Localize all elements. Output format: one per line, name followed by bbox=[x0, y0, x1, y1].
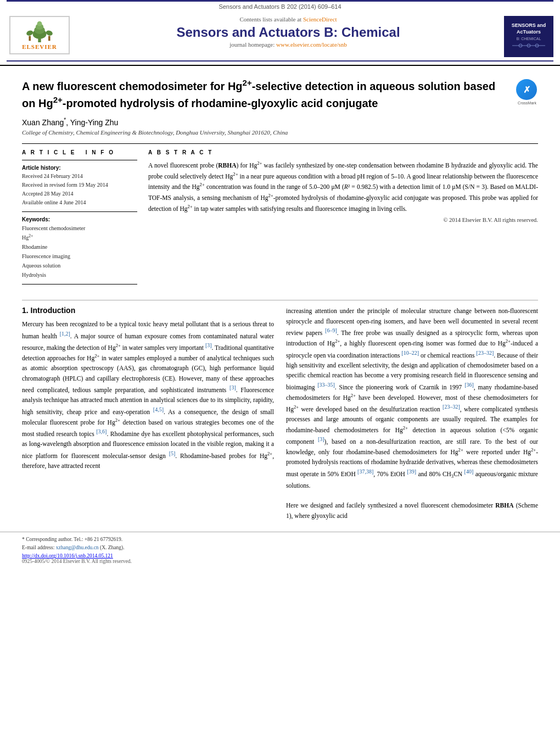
keyword-4: Fluorescence imaging bbox=[22, 252, 137, 261]
svg-point-4 bbox=[37, 21, 42, 26]
ref-3a: [3] bbox=[205, 342, 212, 348]
header-center: Contents lists available at ScienceDirec… bbox=[72, 16, 504, 48]
body-col-right: increasing attention under the principle… bbox=[286, 306, 538, 521]
email-link[interactable]: xzhang@dhu.edu.cn bbox=[56, 545, 99, 550]
main-divider bbox=[22, 300, 538, 300]
article-info-divider3 bbox=[22, 284, 137, 284]
keyword-2: Hg2+ bbox=[22, 233, 137, 242]
article-title: A new fluorescent chemodosimeter for Hg2… bbox=[22, 77, 516, 110]
doi-line: http://dx.doi.org/10.1016/j.snb.2014.05.… bbox=[22, 553, 538, 559]
ref-3b: [3] bbox=[229, 384, 236, 390]
ref-23-32a: [23–32] bbox=[477, 350, 494, 356]
article-dates: Received 24 February 2014 Received in re… bbox=[22, 172, 137, 207]
issn-line: 0925-4005/© 2014 Elsevier B.V. All right… bbox=[22, 559, 538, 564]
ref-39: [39] bbox=[407, 468, 416, 475]
ref-3c: [3] bbox=[318, 436, 324, 442]
article-info-divider2 bbox=[22, 211, 137, 212]
keywords-section: Keywords: Fluorescent chemodosimeter Hg2… bbox=[22, 216, 137, 280]
svg-point-6 bbox=[26, 30, 34, 37]
keyword-1: Fluorescent chemodosimeter bbox=[22, 224, 137, 233]
journal-ref: Sensors and Actuators B 202 (2014) 609–6… bbox=[219, 3, 341, 10]
ref-36: [36] bbox=[464, 382, 474, 388]
abstract-col: A B S T R A C T A novel fluorescent prob… bbox=[148, 149, 538, 289]
svg-point-8 bbox=[45, 30, 53, 37]
article-history-label: Article history: bbox=[22, 165, 137, 171]
ref-3-6: [3,6] bbox=[96, 428, 107, 434]
intro-text-right: increasing attention under the principle… bbox=[286, 306, 538, 521]
article-info-col: A R T I C L E I N F O Article history: R… bbox=[22, 149, 137, 289]
available-date: Available online 4 June 2014 bbox=[22, 198, 137, 207]
ref-37-38: [37,38] bbox=[357, 468, 373, 475]
ref-6-9: [6–9] bbox=[325, 327, 337, 333]
journal-homepage: journal homepage: www.elsevier.com/locat… bbox=[229, 41, 347, 48]
authors-line: Xuan Zhang*, Ying-Ying Zhu bbox=[22, 117, 538, 127]
rbha-bold: RBHA bbox=[495, 502, 513, 509]
sensors-logo-graphic bbox=[509, 41, 548, 51]
ref-1-2: [1,2] bbox=[60, 331, 70, 337]
journal-header: Sensors and Actuators B 202 (2014) 609–6… bbox=[0, 0, 560, 66]
abstract-text: A novel fluorescent probe (RBHA) for Hg2… bbox=[148, 160, 538, 214]
elsevier-logo: ELSEVIER bbox=[7, 16, 72, 54]
crossmark-badge: ✗ CrossMark bbox=[516, 79, 538, 101]
header-main: ELSEVIER Contents lists available at Sci… bbox=[0, 12, 560, 59]
svg-rect-5 bbox=[29, 36, 31, 41]
svg-rect-7 bbox=[48, 36, 51, 41]
received-date: Received 24 February 2014 bbox=[22, 172, 137, 181]
ref-33-35: [33–35] bbox=[317, 382, 335, 388]
intro-text-left: Mercury has been recognized to be a typi… bbox=[22, 319, 274, 471]
sensors-logo-box: SENSORS and AcTuators B: CHEMICAL bbox=[504, 16, 553, 57]
homepage-link[interactable]: www.elsevier.com/locate/snb bbox=[276, 41, 347, 48]
corresponding-star: * bbox=[64, 117, 66, 123]
sciencedirect-link[interactable]: ScienceDirect bbox=[303, 16, 337, 23]
affiliation: College of Chemistry, Chemical Engineeri… bbox=[22, 129, 538, 136]
contents-line: Contents lists available at ScienceDirec… bbox=[239, 16, 337, 23]
ref-10-22: [10–22] bbox=[401, 350, 419, 356]
accepted-date: Accepted 28 May 2014 bbox=[22, 189, 137, 198]
crossmark-label: CrossMark bbox=[516, 101, 538, 105]
keyword-6: Hydrolysis bbox=[22, 270, 137, 280]
ref-40: [40] bbox=[464, 468, 474, 475]
article-info-divider1 bbox=[22, 160, 137, 160]
ref-23-32b: [23–32] bbox=[443, 404, 460, 410]
footnote-email: E-mail address: xzhang@dhu.edu.cn (X. Zh… bbox=[22, 544, 538, 552]
ref-4-5a: [4,5] bbox=[153, 406, 164, 412]
intro-section-title: 1. Introduction bbox=[22, 306, 274, 315]
sensors-logo-text: SENSORS and AcTuators bbox=[512, 23, 546, 35]
page: Sensors and Actuators B 202 (2014) 609–6… bbox=[0, 0, 560, 742]
article-info-abstract: A R T I C L E I N F O Article history: R… bbox=[22, 149, 538, 289]
received-revised-date: Received in revised form 19 May 2014 bbox=[22, 181, 137, 189]
elsevier-logo-box: ELSEVIER bbox=[9, 16, 70, 54]
body-col-left: 1. Introduction Mercury has been recogni… bbox=[22, 306, 274, 521]
copyright-line: © 2014 Elsevier B.V. All rights reserved… bbox=[148, 217, 538, 223]
elsevier-brand-text: ELSEVIER bbox=[22, 43, 57, 50]
crossmark-icon: ✗ bbox=[516, 79, 537, 100]
elsevier-tree-icon bbox=[23, 20, 56, 42]
header-bottom-rule bbox=[7, 60, 553, 62]
sensors-logo-sub: B: CHEMICAL bbox=[517, 37, 541, 41]
doi-link[interactable]: http://dx.doi.org/10.1016/j.snb.2014.05.… bbox=[22, 553, 113, 559]
abstract-section-header: A B S T R A C T bbox=[148, 149, 538, 155]
title-divider bbox=[22, 143, 538, 144]
probe-name: RBHA bbox=[218, 162, 236, 169]
article-title-section: A new fluorescent chemodosimeter for Hg2… bbox=[22, 77, 538, 110]
footer: * Corresponding author. Tel.: +86 21 677… bbox=[0, 532, 560, 568]
keyword-5: Aqueous solution bbox=[22, 261, 137, 270]
body-content: 1. Introduction Mercury has been recogni… bbox=[0, 306, 560, 521]
ref-5b: [5] bbox=[169, 450, 176, 456]
article-info-section-header: A R T I C L E I N F O bbox=[22, 149, 137, 155]
keywords-label: Keywords: bbox=[22, 216, 137, 222]
article-area: A new fluorescent chemodosimeter for Hg2… bbox=[0, 71, 560, 294]
journal-title: Sensors and Actuators B: Chemical bbox=[176, 25, 400, 40]
keyword-3: Rhodamine bbox=[22, 242, 137, 252]
footnote-corresponding: * Corresponding author. Tel.: +86 21 677… bbox=[22, 535, 538, 544]
